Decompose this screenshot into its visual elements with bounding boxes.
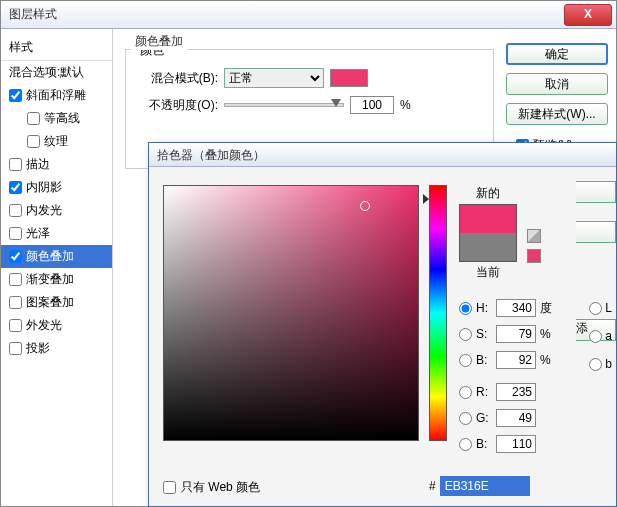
style-item[interactable]: 图案叠加 — [1, 291, 112, 314]
row-r: R: — [459, 381, 554, 403]
sv-cursor-icon — [360, 201, 370, 211]
style-item[interactable]: 等高线 — [1, 107, 112, 130]
style-checkbox[interactable] — [9, 250, 22, 263]
style-label: 内发光 — [26, 202, 62, 219]
picker-ok-button[interactable] — [576, 181, 616, 203]
web-only-checkbox-row[interactable]: 只有 Web 颜色 — [163, 479, 260, 496]
style-label: 纹理 — [44, 133, 68, 150]
cancel-button[interactable]: 取消 — [506, 73, 608, 95]
picker-cancel-button[interactable] — [576, 221, 616, 243]
new-style-button[interactable]: 新建样式(W)... — [506, 103, 608, 125]
input-g[interactable] — [496, 409, 536, 427]
style-label: 等高线 — [44, 110, 80, 127]
close-button[interactable]: X — [564, 4, 612, 26]
row-s: S: % — [459, 323, 554, 345]
style-item[interactable]: 渐变叠加 — [1, 268, 112, 291]
style-label: 渐变叠加 — [26, 271, 74, 288]
style-checkbox[interactable] — [9, 273, 22, 286]
style-label: 图案叠加 — [26, 294, 74, 311]
style-checkbox[interactable] — [9, 319, 22, 332]
row-h: H: 度 — [459, 297, 554, 319]
overlay-color-swatch[interactable] — [330, 69, 368, 87]
titlebar: 图层样式 X — [1, 1, 616, 29]
lab-fields: L a b — [589, 297, 612, 375]
hex-row: # — [429, 476, 530, 496]
style-checkbox[interactable] — [9, 296, 22, 309]
styles-list: 样式 混合选项:默认 斜面和浮雕等高线纹理描边内阴影内发光光泽颜色叠加渐变叠加图… — [1, 29, 113, 506]
style-checkbox[interactable] — [9, 89, 22, 102]
radio-l[interactable] — [589, 302, 602, 315]
style-item[interactable]: 颜色叠加 — [1, 245, 112, 268]
style-label: 投影 — [26, 340, 50, 357]
style-checkbox[interactable] — [27, 135, 40, 148]
style-checkbox[interactable] — [9, 227, 22, 240]
style-label: 外发光 — [26, 317, 62, 334]
radio-bb[interactable] — [459, 438, 472, 451]
style-label: 光泽 — [26, 225, 50, 242]
style-item[interactable]: 内发光 — [1, 199, 112, 222]
style-label: 描边 — [26, 156, 50, 173]
style-checkbox[interactable] — [9, 181, 22, 194]
radio-r[interactable] — [459, 386, 472, 399]
radio-g[interactable] — [459, 412, 472, 425]
opacity-unit: % — [400, 98, 411, 112]
new-label: 新的 — [459, 185, 517, 202]
input-r[interactable] — [496, 383, 536, 401]
style-label: 内阴影 — [26, 179, 62, 196]
style-label: 斜面和浮雕 — [26, 87, 86, 104]
row-g: G: — [459, 407, 554, 429]
opacity-input[interactable] — [350, 96, 394, 114]
window-title: 图层样式 — [1, 6, 57, 23]
picker-title: 拾色器（叠加颜色） — [149, 143, 616, 167]
style-checkbox[interactable] — [9, 204, 22, 217]
web-only-checkbox[interactable] — [163, 481, 176, 494]
current-color-swatch[interactable] — [460, 233, 516, 261]
websafe-swatch-icon[interactable] — [527, 249, 541, 263]
style-item[interactable]: 外发光 — [1, 314, 112, 337]
input-s[interactable] — [496, 325, 536, 343]
opacity-label: 不透明度(O): — [138, 97, 218, 114]
style-item[interactable]: 投影 — [1, 337, 112, 360]
opacity-slider[interactable] — [224, 103, 344, 107]
hex-input[interactable] — [440, 476, 530, 496]
radio-b[interactable] — [459, 354, 472, 367]
blend-mode-select[interactable]: 正常 — [224, 68, 324, 88]
ok-button[interactable]: 确定 — [506, 43, 608, 65]
hash-label: # — [429, 479, 436, 493]
current-label: 当前 — [459, 264, 517, 281]
row-b: B: % — [459, 349, 554, 371]
row-bb: B: — [459, 433, 554, 455]
style-checkbox[interactable] — [9, 158, 22, 171]
radio-a[interactable] — [589, 330, 602, 343]
radio-lab-b[interactable] — [589, 358, 602, 371]
style-item[interactable]: 光泽 — [1, 222, 112, 245]
style-item[interactable]: 内阴影 — [1, 176, 112, 199]
style-item[interactable]: 斜面和浮雕 — [1, 84, 112, 107]
blend-mode-label: 混合模式(B): — [138, 70, 218, 87]
input-bb[interactable] — [496, 435, 536, 453]
style-checkbox[interactable] — [9, 342, 22, 355]
color-preview: 新的 当前 — [459, 185, 517, 281]
hue-pointer-icon — [423, 194, 429, 204]
panel-title: 颜色叠加 — [131, 33, 187, 50]
style-item[interactable]: 纹理 — [1, 130, 112, 153]
radio-s[interactable] — [459, 328, 472, 341]
radio-h[interactable] — [459, 302, 472, 315]
input-b[interactable] — [496, 351, 536, 369]
style-item[interactable]: 描边 — [1, 153, 112, 176]
style-label: 颜色叠加 — [26, 248, 74, 265]
input-h[interactable] — [496, 299, 536, 317]
color-fields: H: 度 S: % B: % R: G: B: — [459, 297, 554, 459]
style-checkbox[interactable] — [27, 112, 40, 125]
styles-header: 样式 — [1, 35, 112, 61]
color-picker-dialog: 拾色器（叠加颜色） 新的 当前 添 H: 度 — [148, 142, 617, 507]
cube-icon[interactable] — [527, 229, 541, 243]
saturation-value-field[interactable] — [163, 185, 419, 441]
blend-options-item[interactable]: 混合选项:默认 — [1, 61, 112, 84]
new-color-swatch[interactable] — [460, 205, 516, 233]
hue-slider[interactable] — [429, 185, 447, 441]
